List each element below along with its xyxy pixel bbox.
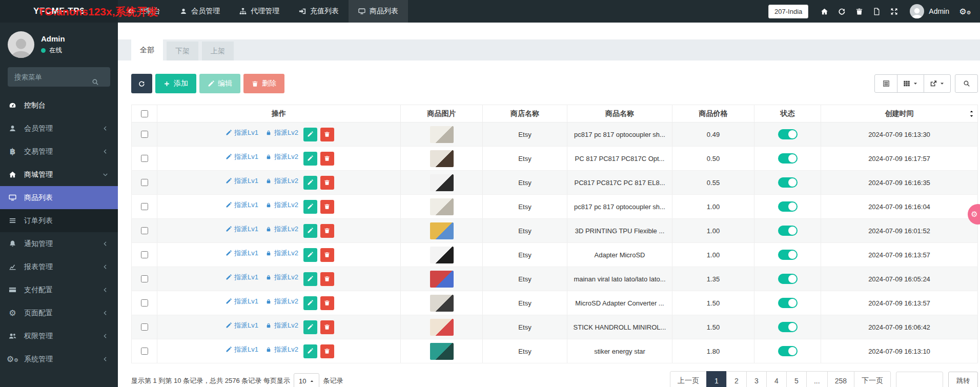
next-page-button[interactable]: 下一页 (854, 371, 891, 387)
column-header[interactable]: 创建时间 (821, 105, 978, 123)
row-edit-button[interactable] (303, 320, 317, 334)
refresh-button[interactable] (833, 3, 850, 20)
row-delete-button[interactable] (320, 320, 334, 334)
edit-button[interactable]: 编辑 (199, 74, 240, 93)
prev-page-button[interactable]: 上一页 (670, 371, 707, 387)
add-button[interactable]: 添加 (155, 74, 196, 93)
page-button-1[interactable]: 1 (706, 371, 727, 387)
status-toggle-on[interactable] (778, 274, 798, 284)
region-button[interactable]: 207-India (768, 5, 808, 18)
sidebar-item-credit-card[interactable]: 支付配置 (0, 278, 118, 301)
status-toggle-on[interactable] (778, 322, 798, 332)
assign-lv2-link[interactable]: 指派Lv2 (266, 297, 298, 306)
sidebar-item-list[interactable]: 订单列表 (0, 209, 118, 232)
status-toggle-on[interactable] (778, 153, 798, 164)
page-button-2[interactable]: 2 (726, 371, 747, 387)
sidebar-item-bell[interactable]: 通知管理 (0, 232, 118, 255)
page-size-select[interactable]: 10 (294, 373, 319, 387)
page-button-3[interactable]: 3 (746, 371, 767, 387)
nav-item-signin[interactable]: 充值列表 (289, 0, 349, 23)
sidebar-item-gear[interactable]: ⚙页面配置 (0, 301, 118, 324)
row-delete-button[interactable] (320, 296, 334, 310)
row-checkbox[interactable] (141, 155, 148, 162)
nav-item-dashboard[interactable]: 控制台 (118, 0, 170, 23)
tab-全部[interactable]: 全部 (131, 39, 163, 60)
row-checkbox[interactable] (141, 179, 148, 186)
export-button[interactable] (924, 74, 951, 93)
row-edit-button[interactable] (303, 176, 317, 190)
sort-icon[interactable] (969, 109, 974, 118)
assign-lv1-link[interactable]: 指派Lv1 (226, 176, 258, 186)
assign-lv2-link[interactable]: 指派Lv2 (266, 345, 298, 354)
nav-item-user[interactable]: 会员管理 (170, 0, 230, 23)
row-checkbox[interactable] (141, 323, 148, 331)
row-checkbox[interactable] (141, 299, 148, 307)
page-ellipsis[interactable]: ... (806, 371, 828, 387)
assign-lv1-link[interactable]: 指派Lv1 (226, 152, 258, 161)
status-toggle-on[interactable] (778, 298, 798, 308)
row-edit-button[interactable] (303, 200, 317, 214)
row-edit-button[interactable] (303, 296, 317, 310)
assign-lv1-link[interactable]: 指派Lv1 (226, 297, 258, 306)
tab-下架[interactable]: 下架 (167, 42, 198, 60)
row-edit-button[interactable] (303, 248, 317, 262)
row-delete-button[interactable] (320, 344, 334, 358)
assign-lv2-link[interactable]: 指派Lv2 (266, 225, 298, 234)
status-toggle-on[interactable] (778, 346, 798, 356)
row-checkbox[interactable] (141, 227, 148, 234)
assign-lv1-link[interactable]: 指派Lv1 (226, 128, 258, 137)
status-toggle-on[interactable] (778, 201, 798, 212)
sidebar-item-bitcoin[interactable]: ฿交易管理 (0, 140, 118, 163)
clear-cache-button[interactable] (868, 3, 885, 20)
assign-lv1-link[interactable]: 指派Lv1 (226, 321, 258, 330)
grid-view-button[interactable] (897, 74, 924, 93)
nav-item-sitemap[interactable]: 代理管理 (230, 0, 289, 23)
row-delete-button[interactable] (320, 200, 334, 214)
assign-lv2-link[interactable]: 指派Lv2 (266, 176, 298, 186)
page-button-4[interactable]: 4 (766, 371, 787, 387)
assign-lv2-link[interactable]: 指派Lv2 (266, 321, 298, 330)
status-toggle-on[interactable] (778, 129, 798, 139)
row-delete-button[interactable] (320, 248, 334, 262)
assign-lv1-link[interactable]: 指派Lv1 (226, 225, 258, 234)
row-edit-button[interactable] (303, 128, 317, 141)
sidebar-item-chart[interactable]: 报表管理 (0, 255, 118, 278)
jump-page-input[interactable] (896, 372, 943, 387)
row-edit-button[interactable] (303, 344, 317, 358)
assign-lv1-link[interactable]: 指派Lv1 (226, 200, 258, 210)
assign-lv2-link[interactable]: 指派Lv2 (266, 152, 298, 161)
assign-lv2-link[interactable]: 指派Lv2 (266, 273, 298, 282)
nav-item-monitor[interactable]: 商品列表 (349, 0, 408, 23)
row-edit-button[interactable] (303, 272, 317, 286)
status-toggle-on[interactable] (778, 177, 798, 188)
tab-上架[interactable]: 上架 (202, 42, 234, 60)
table-view-button[interactable] (874, 74, 897, 93)
trash-button[interactable] (850, 3, 868, 20)
row-delete-button[interactable] (320, 176, 334, 190)
row-delete-button[interactable] (320, 128, 334, 141)
sidebar-item-cogs[interactable]: ⚙⚙系统管理 (0, 348, 118, 371)
select-all-checkbox[interactable] (141, 110, 148, 117)
app-logo[interactable]: YFCMF-TP6 (0, 0, 118, 23)
settings-cogs-button[interactable]: ⚙⚙ (956, 3, 974, 20)
assign-lv1-link[interactable]: 指派Lv1 (226, 273, 258, 282)
refresh-button[interactable] (131, 74, 152, 93)
row-checkbox[interactable] (141, 251, 148, 258)
delete-button[interactable]: 删除 (243, 74, 284, 93)
assign-lv2-link[interactable]: 指派Lv2 (266, 249, 298, 258)
row-delete-button[interactable] (320, 152, 334, 166)
assign-lv2-link[interactable]: 指派Lv2 (266, 200, 298, 210)
sidebar-item-dashboard[interactable]: 控制台 (0, 94, 118, 117)
row-delete-button[interactable] (320, 272, 334, 286)
assign-lv1-link[interactable]: 指派Lv1 (226, 249, 258, 258)
home-button[interactable] (815, 3, 833, 20)
status-toggle-on[interactable] (778, 226, 798, 236)
fullscreen-button[interactable] (885, 3, 903, 20)
jump-button[interactable]: 跳转 (948, 372, 978, 387)
sidebar-item-users[interactable]: 权限管理 (0, 324, 118, 348)
sidebar-item-user[interactable]: 会员管理 (0, 117, 118, 140)
row-checkbox[interactable] (141, 131, 148, 138)
page-button-258[interactable]: 258 (827, 371, 854, 387)
assign-lv2-link[interactable]: 指派Lv2 (266, 128, 298, 137)
page-button-5[interactable]: 5 (786, 371, 807, 387)
